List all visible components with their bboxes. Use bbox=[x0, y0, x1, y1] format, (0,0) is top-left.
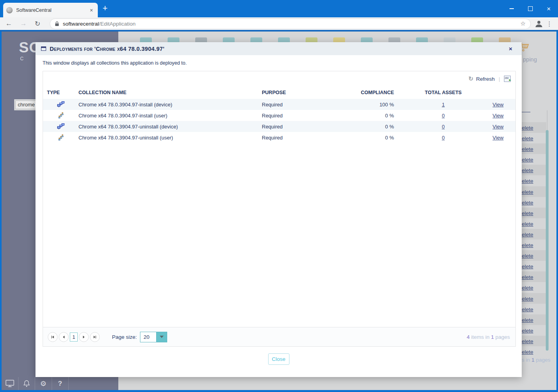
bookmark-star-icon[interactable]: ☆ bbox=[521, 20, 526, 27]
total-assets-link[interactable]: 0 bbox=[442, 135, 444, 141]
window-icon bbox=[41, 46, 46, 51]
dropdown-button[interactable] bbox=[156, 332, 167, 342]
screen: SoftwareCentral × + × ← → ↻ softwarecent… bbox=[0, 0, 558, 392]
window-frame-bottom bbox=[0, 390, 558, 392]
table-body: Chrome x64 78.0.3904.97-install (device)… bbox=[43, 99, 515, 143]
forward-button[interactable]: → bbox=[20, 20, 27, 28]
bg-delete-link-fragment: elete bbox=[522, 242, 533, 248]
reload-button[interactable]: ↻ bbox=[35, 20, 40, 28]
bg-row-fragment: elete bbox=[518, 208, 546, 218]
window-frame-left bbox=[0, 32, 2, 392]
current-page-box[interactable]: 1 bbox=[70, 333, 78, 342]
refresh-icon[interactable]: ↻ bbox=[468, 75, 474, 82]
deployments-grid-panel: ↻ Refresh | csv▸ TYPE COLLECTION NAME PU… bbox=[43, 71, 516, 347]
bg-row-fragment: elete bbox=[518, 304, 546, 314]
maximize-button[interactable] bbox=[521, 0, 539, 17]
bg-delete-link-fragment: elete bbox=[522, 157, 533, 163]
bg-row-fragment: elete bbox=[518, 271, 546, 282]
bg-row-fragment: elete bbox=[518, 261, 546, 271]
bg-delete-link-fragment: elete bbox=[522, 178, 533, 184]
prev-page-button[interactable] bbox=[59, 332, 69, 342]
chevron-down-icon bbox=[160, 336, 164, 338]
page-size-label: Page size: bbox=[112, 334, 137, 340]
bg-delete-link-fragment: elete bbox=[522, 146, 533, 152]
compliance-value: 100 % bbox=[351, 102, 394, 108]
purpose-value: Required bbox=[262, 113, 351, 119]
pager-summary: 4 items in 1 pages bbox=[467, 334, 511, 340]
purpose-value: Required bbox=[262, 135, 351, 141]
cart-caption-fragment: pping bbox=[523, 56, 537, 63]
tab-close-icon[interactable]: × bbox=[88, 7, 95, 14]
tab-title: SoftwareCentral bbox=[16, 7, 52, 13]
site-favicon-icon bbox=[6, 7, 13, 13]
collection-name: Chrome x64 78.0.3904.97-install (device) bbox=[78, 102, 262, 108]
window-frame-right bbox=[556, 32, 558, 392]
compliance-value: 0 % bbox=[351, 113, 394, 119]
view-link[interactable]: View bbox=[493, 102, 504, 108]
bg-delete-link-fragment: elete bbox=[522, 349, 533, 355]
gear-icon: ⚙ bbox=[35, 377, 52, 390]
new-tab-button[interactable]: + bbox=[103, 3, 108, 13]
sidebar-footer: ⚙ ? bbox=[2, 377, 69, 390]
collection-name: Chrome x64 78.0.3904.97-install (user) bbox=[78, 113, 262, 119]
bg-delete-link-fragment: elete bbox=[522, 136, 533, 141]
bg-row-fragment: elete bbox=[518, 154, 546, 165]
device-collection-icon bbox=[57, 123, 65, 129]
col-collection-name: COLLECTION NAME bbox=[78, 90, 262, 95]
first-page-button[interactable] bbox=[48, 332, 58, 342]
bg-row-fragment: elete bbox=[518, 282, 546, 293]
bg-delete-link-fragment: elete bbox=[522, 210, 533, 216]
window-close-button[interactable]: × bbox=[539, 0, 558, 17]
bg-delete-link-fragment: elete bbox=[522, 274, 533, 280]
minimize-button[interactable] bbox=[502, 0, 521, 17]
bg-link-underline-fragment bbox=[522, 112, 530, 112]
refresh-button[interactable]: Refresh bbox=[476, 76, 495, 82]
bg-row-fragment: elete bbox=[518, 197, 546, 208]
bg-row-fragment: elete bbox=[518, 240, 546, 250]
col-type: TYPE bbox=[43, 90, 78, 95]
page-size-value: 20 bbox=[140, 332, 156, 342]
back-button[interactable]: ← bbox=[6, 20, 12, 28]
view-link[interactable]: View bbox=[493, 135, 504, 141]
bg-delete-link-fragment: elete bbox=[522, 167, 533, 173]
table-header-row: TYPE COLLECTION NAME PURPOSE COMPLIANCE … bbox=[43, 86, 515, 99]
browser-titlebar: SoftwareCentral × + × bbox=[0, 0, 558, 17]
last-page-button[interactable] bbox=[90, 332, 100, 342]
modal-header: Deployments for 'Chrome x64 78.0.3904.97… bbox=[35, 42, 522, 55]
view-link[interactable]: View bbox=[493, 124, 504, 130]
browser-tab[interactable]: SoftwareCentral × bbox=[3, 3, 98, 17]
bg-row-fragment: elete bbox=[518, 218, 546, 229]
bg-row-fragment: elete bbox=[518, 133, 546, 143]
col-purpose: PURPOSE bbox=[262, 90, 351, 95]
next-page-button[interactable] bbox=[79, 332, 89, 342]
export-csv-icon[interactable]: csv▸ bbox=[504, 76, 511, 82]
maximize-icon bbox=[528, 6, 533, 11]
lock-icon bbox=[55, 21, 59, 26]
total-assets-link[interactable]: 1 bbox=[442, 102, 444, 108]
url-path: /EditApplication bbox=[99, 21, 136, 27]
minimize-icon bbox=[509, 8, 514, 9]
modal-title: Deployments for 'Chrome x64 78.0.3904.97… bbox=[50, 46, 164, 52]
bg-delete-link-fragment: elete bbox=[522, 328, 533, 334]
bell-icon bbox=[19, 377, 35, 390]
total-assets-link[interactable]: 0 bbox=[442, 124, 444, 130]
page-size-dropdown[interactable]: 20 bbox=[140, 332, 167, 342]
bg-scrollbar-thumb bbox=[546, 130, 549, 351]
sidebar-search-value: chrome bbox=[15, 100, 37, 109]
profile-avatar-icon[interactable] bbox=[535, 20, 543, 28]
view-link[interactable]: View bbox=[493, 113, 504, 119]
total-assets-link[interactable]: 0 bbox=[442, 113, 444, 119]
user-collection-icon bbox=[58, 112, 64, 118]
bg-pager-fragment: s in 1 pages bbox=[522, 357, 551, 363]
device-collection-icon bbox=[57, 101, 65, 107]
address-bar[interactable]: softwarecentral /EditApplication ☆ bbox=[50, 19, 531, 29]
bg-delete-link-fragment: elete bbox=[522, 317, 533, 323]
bg-delete-link-fragment: elete bbox=[522, 285, 533, 291]
close-button[interactable]: Close bbox=[268, 353, 289, 365]
modal-close-icon[interactable]: × bbox=[505, 45, 516, 52]
compliance-value: 0 % bbox=[351, 135, 394, 141]
bg-delete-link-fragment: elete bbox=[522, 296, 533, 302]
browser-menu-icon[interactable]: ⋮ bbox=[546, 20, 552, 28]
bg-delete-link-fragment: elete bbox=[522, 221, 533, 227]
bg-delete-link-fragment: elete bbox=[522, 232, 533, 238]
